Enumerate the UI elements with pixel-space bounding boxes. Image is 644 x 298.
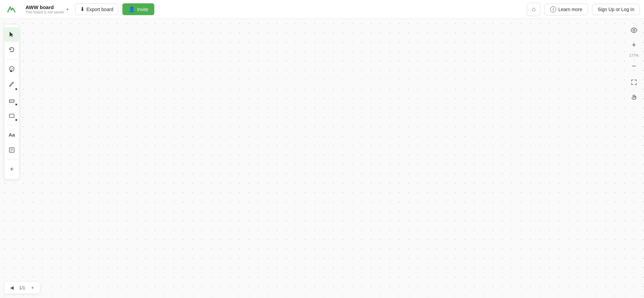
- board-name-area[interactable]: AWW board This board is not saved ▾: [23, 3, 71, 15]
- left-toolbar: Aa +: [4, 24, 19, 180]
- shape-dot: [15, 119, 17, 121]
- toolbar-divider-1: [7, 59, 17, 60]
- minus-icon: −: [632, 62, 636, 70]
- preview-button[interactable]: [628, 24, 640, 36]
- right-controls: + 177% −: [628, 24, 640, 103]
- export-board-button[interactable]: ⬇ Export board: [75, 3, 118, 15]
- zoom-level: 177%: [629, 54, 639, 57]
- eraser-dot: [15, 104, 17, 105]
- text-tool-label: Aa: [8, 132, 15, 138]
- invite-button[interactable]: 👤 Invite: [122, 3, 154, 15]
- svg-point-0: [9, 66, 14, 71]
- app-logo: [4, 2, 19, 17]
- color-tool[interactable]: [4, 62, 19, 77]
- fit-screen-button[interactable]: [628, 76, 640, 88]
- shape-tool[interactable]: [4, 108, 19, 123]
- eraser-tool[interactable]: [4, 93, 19, 107]
- text-tool[interactable]: Aa: [4, 127, 19, 142]
- plus-icon: +: [632, 41, 636, 49]
- svg-point-2: [12, 68, 13, 69]
- note-tool[interactable]: [4, 143, 19, 157]
- svg-point-4: [10, 70, 12, 72]
- prev-page-button[interactable]: ◀: [7, 283, 16, 292]
- board-title: AWW board: [25, 4, 64, 10]
- zoom-in-button[interactable]: +: [628, 39, 640, 51]
- zoom-out-button[interactable]: −: [628, 60, 640, 72]
- add-page-button[interactable]: +: [28, 283, 37, 292]
- learn-more-button[interactable]: i Learn more: [544, 3, 588, 15]
- bottom-bar: ◀ 1/1 +: [4, 281, 40, 294]
- invite-label: Invite: [137, 7, 148, 12]
- download-icon: ⬇: [80, 6, 85, 12]
- undo-button[interactable]: [4, 43, 19, 57]
- home-icon: ⌂: [532, 6, 536, 13]
- page-indicator: 1/1: [18, 285, 26, 290]
- plus-icon: +: [10, 166, 14, 172]
- signup-login-button[interactable]: Sign Up or Log In: [592, 4, 640, 15]
- header: AWW board This board is not saved ▾ ⬇ Ex…: [0, 0, 644, 19]
- svg-point-8: [633, 29, 635, 31]
- pen-tool[interactable]: [4, 77, 19, 92]
- user-plus-icon: 👤: [128, 6, 135, 12]
- info-icon: i: [550, 6, 556, 12]
- chevron-down-icon: ▾: [66, 7, 68, 12]
- plus-icon: +: [31, 285, 34, 290]
- toolbar-divider-3: [7, 159, 17, 160]
- chevron-left-icon: ◀: [10, 285, 14, 290]
- export-board-label: Export board: [87, 7, 113, 12]
- svg-point-3: [11, 69, 12, 70]
- toolbar-divider-2: [7, 125, 17, 125]
- pen-dot: [15, 88, 17, 90]
- pan-tool[interactable]: [628, 91, 640, 103]
- svg-point-1: [10, 68, 11, 69]
- signup-login-label: Sign Up or Log In: [598, 7, 634, 12]
- select-tool[interactable]: [4, 27, 19, 42]
- board-subtitle: This board is not saved: [25, 10, 64, 14]
- add-tool[interactable]: +: [4, 162, 19, 177]
- svg-rect-6: [9, 114, 14, 117]
- learn-more-label: Learn more: [558, 7, 582, 12]
- home-button[interactable]: ⌂: [527, 3, 540, 16]
- canvas[interactable]: [0, 19, 644, 298]
